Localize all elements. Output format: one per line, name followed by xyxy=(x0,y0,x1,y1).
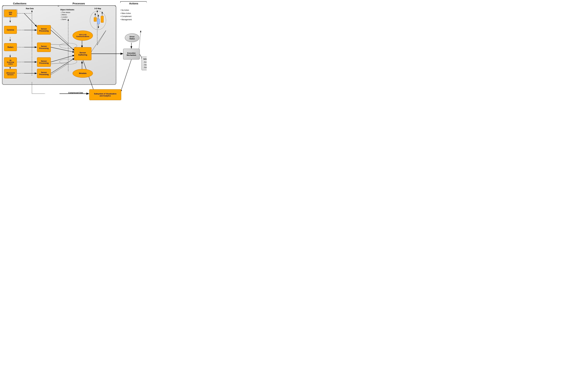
svg-line-11 xyxy=(51,58,75,73)
svg-line-34 xyxy=(92,31,106,52)
three-d-map-label: 3-D Map xyxy=(94,7,101,10)
diagram-wrapper: Collections Processes Actions Raw Data O… xyxy=(1,1,147,103)
metadata-ellipse: Metadata xyxy=(73,69,93,78)
gps-ims-box: GPS IMS xyxy=(4,10,17,17)
sensor-processing-4: Sensor Processing xyxy=(37,69,51,78)
execution-mechanism-box: Execution Mechanism xyxy=(123,49,140,60)
svg-line-35 xyxy=(97,31,106,45)
svg-line-9 xyxy=(51,47,75,52)
sensor-gathering-box: Sensor Gathering xyxy=(74,47,92,60)
svg-line-33 xyxy=(51,64,68,75)
svg-line-8 xyxy=(51,30,75,51)
svg-line-3 xyxy=(24,13,37,27)
svg-line-30 xyxy=(51,27,68,44)
svg-line-10 xyxy=(51,55,75,62)
obj-attributes-label: Object Attributes - ) Time stamps - ) Me… xyxy=(60,9,74,21)
ultrasound-box: Ultrasound Sensors xyxy=(4,69,17,78)
compressed-data-label: Compressed Data xyxy=(68,92,83,94)
processes-section-title: Processes xyxy=(73,2,85,5)
left-panel-background xyxy=(2,5,116,85)
driver-status-ellipse: Driver Status xyxy=(125,33,139,42)
sensor-processing-1: Sensor Processing xyxy=(37,25,51,34)
sensor-processing-2: Sensor Processing xyxy=(37,42,51,52)
svg-line-31 xyxy=(51,44,68,45)
svg-rect-2 xyxy=(2,5,116,85)
vehicle-actions-box: Vehicle Actions - Accelerate - Deccelera… xyxy=(142,57,147,70)
subsystem-box: Subsystem of Visualization and Analytics xyxy=(89,89,121,100)
collections-section-title: Collections xyxy=(13,2,27,5)
svg-point-51 xyxy=(90,11,106,30)
v2v-v2i-ellipse: V2V & V2I Communications xyxy=(73,31,93,41)
radars-box: Radars xyxy=(4,43,17,51)
cameras-box: Cameras xyxy=(4,26,17,34)
sensor-processing-3: Sensor Processing xyxy=(37,57,51,67)
svg-rect-45 xyxy=(97,19,100,24)
actions-section-title: Actions xyxy=(129,2,138,5)
raw-data-label: Raw Data xyxy=(26,7,34,10)
svg-line-40 xyxy=(121,60,131,92)
svg-line-32 xyxy=(51,63,68,64)
lidars-box: 3D Scanning Lidars xyxy=(4,57,17,67)
actions-list: • No Action • Warn Action • Complement •… xyxy=(121,9,132,21)
svg-rect-44 xyxy=(94,17,96,22)
svg-rect-46 xyxy=(101,16,103,23)
